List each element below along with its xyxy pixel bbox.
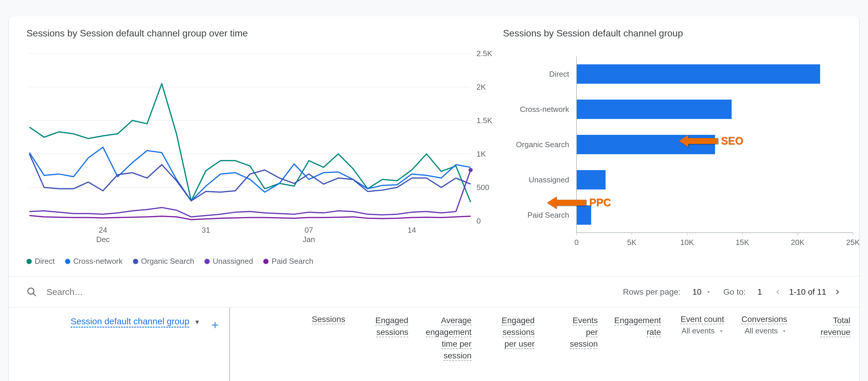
column-header[interactable]: Events per session <box>544 315 607 361</box>
legend-item[interactable]: Organic Search <box>133 257 194 266</box>
svg-text:2K: 2K <box>476 82 486 91</box>
chevron-right-icon[interactable] <box>833 288 841 296</box>
legend-dot-icon <box>133 259 138 264</box>
legend-label: Paid Search <box>272 257 313 266</box>
column-header[interactable]: Event countAll events <box>670 315 733 361</box>
line-chart[interactable]: 05001K1.5K2K2.5K24Dec3107Jan14 <box>27 50 503 250</box>
annotation-ppc: PPC <box>547 195 611 210</box>
column-header[interactable]: Engaged sessions per user <box>480 315 544 361</box>
legend-item[interactable]: Paid Search <box>263 257 313 266</box>
rows-per-page-select[interactable]: 10 <box>692 287 712 297</box>
svg-text:5K: 5K <box>627 238 637 247</box>
chevron-left-icon[interactable] <box>774 288 782 296</box>
svg-text:Paid Search: Paid Search <box>527 211 569 219</box>
search-icon <box>27 287 37 297</box>
svg-rect-23 <box>577 100 732 119</box>
svg-text:20K: 20K <box>791 238 805 247</box>
svg-text:500: 500 <box>476 183 489 192</box>
legend-row: DirectCross-networkOrganic SearchUnassig… <box>27 257 503 266</box>
caret-down-icon <box>718 328 724 334</box>
legend-item[interactable]: Direct <box>27 257 55 266</box>
page-range: 1-10 of 11 <box>789 287 826 297</box>
column-header[interactable]: Engaged sessions <box>354 315 417 361</box>
goto-input[interactable]: 1 <box>757 287 762 297</box>
svg-rect-27 <box>577 170 606 189</box>
annotation-seo: SEO <box>679 134 743 148</box>
svg-text:0: 0 <box>575 238 579 247</box>
rows-per-page-label: Rows per page: <box>623 287 681 297</box>
bar-chart[interactable]: DirectCross-networkOrganic SearchUnassig… <box>503 50 859 250</box>
svg-text:14: 14 <box>408 226 416 234</box>
legend-label: Direct <box>35 257 55 266</box>
legend-item[interactable]: Unassigned <box>205 257 253 266</box>
dimension-header-cell: Session default channel group ▼ ＋ <box>9 308 291 361</box>
add-dimension-button[interactable]: ＋ <box>209 316 221 333</box>
metric-selector[interactable]: All events <box>670 326 724 336</box>
legend-label: Cross-network <box>73 257 123 266</box>
svg-text:25K: 25K <box>846 238 859 247</box>
svg-line-44 <box>33 293 36 296</box>
legend-label: Organic Search <box>141 257 194 266</box>
column-header[interactable]: Average engagement time per session <box>417 315 480 361</box>
legend-dot-icon <box>205 259 210 264</box>
svg-text:07: 07 <box>305 226 313 234</box>
svg-text:10K: 10K <box>680 238 694 247</box>
svg-text:0: 0 <box>476 216 480 225</box>
caret-down-icon <box>706 289 712 295</box>
bar-chart-panel: Sessions by Session default channel grou… <box>503 28 859 266</box>
svg-text:Unassigned: Unassigned <box>529 175 569 184</box>
goto-label: Go to: <box>723 287 746 297</box>
svg-text:Jan: Jan <box>303 235 315 244</box>
metric-selector[interactable]: All events <box>733 326 787 336</box>
svg-text:31: 31 <box>202 226 210 234</box>
svg-text:Dec: Dec <box>96 235 110 244</box>
svg-text:15K: 15K <box>736 238 749 247</box>
analytics-card: Sessions by Session default channel grou… <box>9 16 859 381</box>
svg-text:1K: 1K <box>476 149 486 158</box>
svg-point-43 <box>28 288 34 294</box>
svg-text:24: 24 <box>99 226 107 234</box>
svg-text:Organic Search: Organic Search <box>516 140 569 149</box>
svg-rect-21 <box>577 64 820 84</box>
svg-text:2.5K: 2.5K <box>476 50 492 58</box>
caret-down-icon <box>781 328 787 334</box>
frozen-column-divider[interactable] <box>229 308 230 381</box>
column-header[interactable]: Total revenue <box>796 315 859 361</box>
legend-dot-icon <box>65 259 70 264</box>
line-chart-title: Sessions by Session default channel grou… <box>27 28 503 39</box>
column-header[interactable]: Engagement rate <box>607 315 670 361</box>
bar-chart-title: Sessions by Session default channel grou… <box>503 28 859 39</box>
svg-text:Direct: Direct <box>549 70 569 78</box>
column-header[interactable]: Sessions <box>291 315 354 361</box>
svg-point-12 <box>469 168 473 172</box>
pager: Rows per page: 10 Go to: 1 1-10 of 11 <box>623 287 841 297</box>
legend-label: Unassigned <box>213 257 253 266</box>
table-toolbar: Rows per page: 10 Go to: 1 1-10 of 11 <box>9 276 859 307</box>
legend-item[interactable]: Cross-network <box>65 257 123 266</box>
dimension-picker[interactable]: Session default channel group <box>71 316 189 326</box>
legend-dot-icon <box>263 259 269 264</box>
column-header[interactable]: ConversionsAll events <box>733 315 796 361</box>
caret-down-icon[interactable]: ▼ <box>194 318 200 326</box>
line-chart-panel: Sessions by Session default channel grou… <box>27 28 503 266</box>
svg-text:1.5K: 1.5K <box>476 116 492 125</box>
svg-text:Cross-network: Cross-network <box>520 105 569 114</box>
search-input[interactable] <box>46 287 623 297</box>
legend-dot-icon <box>27 259 32 264</box>
data-table: Session default channel group ▼ ＋ Sessio… <box>9 307 859 381</box>
